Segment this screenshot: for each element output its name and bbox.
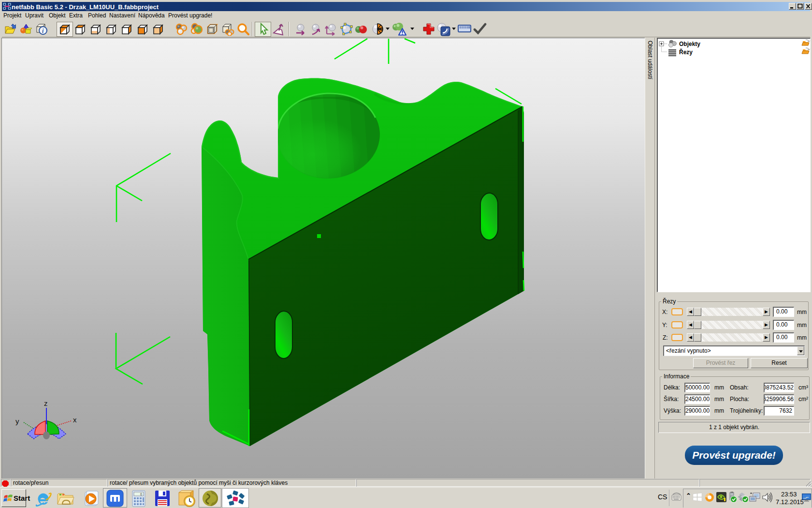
svg-text:z: z xyxy=(44,399,48,407)
svg-text:y: y xyxy=(15,417,19,425)
svg-text:0: 0 xyxy=(140,493,142,496)
svg-text:x: x xyxy=(73,416,77,424)
